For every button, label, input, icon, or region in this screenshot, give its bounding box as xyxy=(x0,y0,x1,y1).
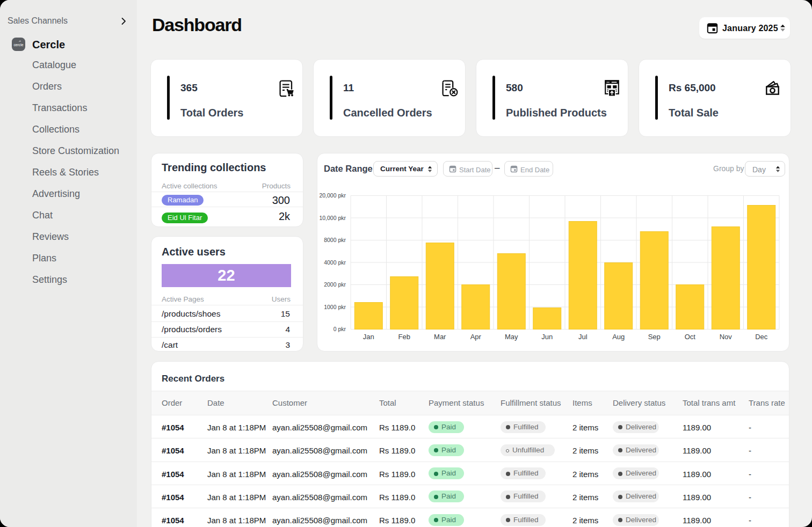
svg-text:1000 pkr: 1000 pkr xyxy=(324,304,346,310)
svg-text:Nov: Nov xyxy=(720,333,733,341)
svg-text:Dec: Dec xyxy=(755,333,768,341)
svg-text:Jun: Jun xyxy=(541,333,553,341)
svg-text:Mar: Mar xyxy=(434,333,446,341)
svg-text:May: May xyxy=(505,333,518,341)
svg-text:20,000 pkr: 20,000 pkr xyxy=(319,192,346,199)
svg-text:0 pkr: 0 pkr xyxy=(334,326,346,332)
svg-text:Sep: Sep xyxy=(648,333,661,341)
svg-text:Aug: Aug xyxy=(612,333,625,341)
svg-text:Jul: Jul xyxy=(578,333,588,341)
svg-text:8000 pkr: 8000 pkr xyxy=(324,237,346,243)
svg-text:Apr: Apr xyxy=(470,333,482,341)
svg-text:Oct: Oct xyxy=(685,333,696,341)
svg-text:2000 pkr: 2000 pkr xyxy=(324,281,346,288)
svg-text:10,000 pkr: 10,000 pkr xyxy=(319,215,346,221)
svg-text:Jan: Jan xyxy=(363,333,374,341)
svg-text:4000 pkr: 4000 pkr xyxy=(324,259,346,266)
svg-text:Feb: Feb xyxy=(398,333,410,341)
svg-text:cercle: cercle xyxy=(13,43,23,47)
